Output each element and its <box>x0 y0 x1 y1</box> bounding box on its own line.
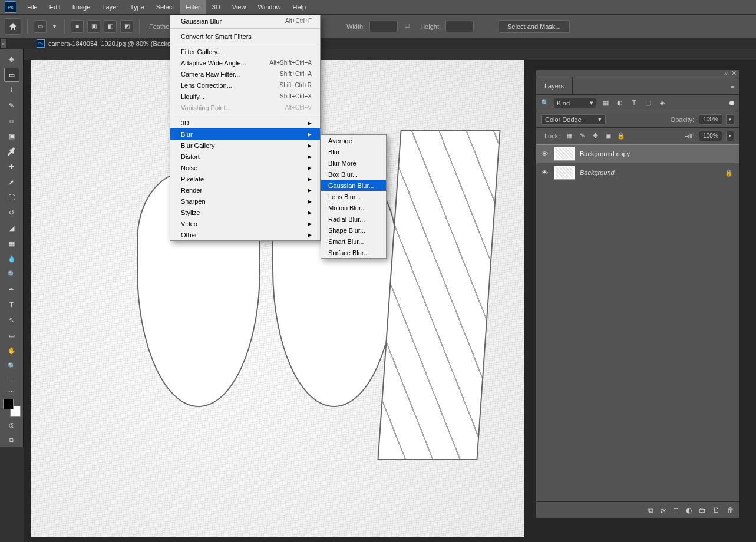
swap-wh-icon[interactable]: ⇄ <box>401 22 413 30</box>
filter-blur-gallery[interactable]: Blur Gallery▶ <box>170 140 320 151</box>
tool-pen[interactable]: ✒ <box>4 282 19 296</box>
filter-gallery[interactable]: Filter Gallery... <box>170 46 320 57</box>
menu-help[interactable]: Help <box>287 0 312 14</box>
filter-stylize[interactable]: Stylize▶ <box>170 207 320 218</box>
lock-pixels-icon[interactable]: ✎ <box>577 132 587 140</box>
filter-pixelate[interactable]: Pixelate▶ <box>170 173 320 184</box>
tool-hand[interactable]: ✋ <box>4 343 19 358</box>
filter-video[interactable]: Video▶ <box>170 218 320 229</box>
blur-shape[interactable]: Shape Blur... <box>321 224 386 236</box>
tool-brush[interactable] <box>4 175 19 189</box>
tool-shape[interactable]: ▭ <box>4 328 19 342</box>
blur-motion[interactable]: Motion Blur... <box>321 202 386 213</box>
link-layers-icon[interactable]: ⧉ <box>648 506 653 514</box>
blend-mode-select[interactable]: Color Dodge ▾ <box>541 114 606 125</box>
filter-distort[interactable]: Distort▶ <box>170 151 320 162</box>
selection-new[interactable]: ■ <box>71 20 84 33</box>
tool-frame[interactable]: ▣ <box>4 129 19 143</box>
visibility-icon[interactable]: 👁 <box>540 169 549 176</box>
tool-healing[interactable]: ✚ <box>4 160 19 174</box>
tool-eraser[interactable]: ◢ <box>4 221 19 235</box>
quick-mask[interactable]: ◎ <box>4 418 19 432</box>
blur-more[interactable]: Blur More <box>321 157 386 168</box>
tool-dodge[interactable]: 🔍 <box>4 267 19 281</box>
tool-clone[interactable]: ⛶ <box>4 190 19 204</box>
tool-more[interactable]: ⋯ <box>4 374 19 388</box>
filter-blur[interactable]: Blur▶ <box>170 128 320 140</box>
menu-type[interactable]: Type <box>124 0 150 14</box>
blur-surface[interactable]: Surface Blur... <box>321 247 386 258</box>
new-group-icon[interactable]: 🗀 <box>699 506 706 514</box>
blur-average[interactable]: Average <box>321 135 386 146</box>
menu-3d[interactable]: 3D <box>206 0 226 14</box>
width-field[interactable] <box>369 21 398 32</box>
menu-file[interactable]: File <box>21 0 44 14</box>
filter-last-used[interactable]: Gaussian Blur Alt+Ctrl+F <box>170 15 320 27</box>
new-layer-icon[interactable]: 🗋 <box>713 506 720 514</box>
lock-all-icon[interactable]: 🔒 <box>616 132 626 140</box>
filter-other[interactable]: Other▶ <box>170 229 320 240</box>
filter-convert-smart[interactable]: Convert for Smart Filters <box>170 31 320 42</box>
layer-row[interactable]: 👁 Background copy <box>536 144 739 163</box>
menu-select[interactable]: Select <box>150 0 180 14</box>
lock-artboard-icon[interactable]: ▣ <box>603 132 613 140</box>
filter-liquify[interactable]: Liquify...Shift+Ctrl+X <box>170 91 320 102</box>
blur-box[interactable]: Box Blur... <box>321 168 386 180</box>
layer-fx-icon[interactable]: fx <box>661 506 666 514</box>
tool-gradient[interactable]: ▦ <box>4 236 19 250</box>
tool-move[interactable]: ✥ <box>4 52 19 67</box>
filter-3d[interactable]: 3D▶ <box>170 117 320 128</box>
menu-filter[interactable]: Filter <box>180 0 206 14</box>
tool-quick-select[interactable]: ✎ <box>4 98 19 113</box>
tool-marquee[interactable]: ▭ <box>4 68 19 82</box>
layer-thumbnail[interactable] <box>554 166 575 180</box>
lock-transparency-icon[interactable]: ▦ <box>564 132 574 140</box>
filter-lens-correction[interactable]: Lens Correction...Shift+Ctrl+R <box>170 80 320 91</box>
menu-image[interactable]: Image <box>67 0 97 14</box>
chevron-down-icon[interactable]: ▾ <box>50 20 58 33</box>
lock-position-icon[interactable]: ✥ <box>590 132 600 140</box>
layer-name[interactable]: Background copy <box>580 150 630 157</box>
tool-lasso[interactable]: ⌇ <box>4 83 19 97</box>
blur-gaussian[interactable]: Gaussian Blur... <box>321 180 386 191</box>
layer-name[interactable]: Background <box>580 169 615 176</box>
menu-edit[interactable]: Edit <box>44 0 67 14</box>
marquee-option[interactable]: ▭ <box>34 20 47 33</box>
tool-zoom[interactable]: 🔍 <box>4 359 19 373</box>
foreground-color-swatch[interactable] <box>3 399 14 409</box>
delete-layer-icon[interactable]: 🗑 <box>727 506 734 514</box>
tool-blur[interactable]: 💧 <box>4 252 19 266</box>
visibility-icon[interactable]: 👁 <box>540 150 549 157</box>
screen-mode[interactable]: ⧉ <box>4 433 19 447</box>
add-mask-icon[interactable]: ◻ <box>673 506 679 514</box>
tool-type[interactable]: T <box>4 298 19 312</box>
layer-row[interactable]: 👁 Background 🔒 <box>536 163 739 182</box>
menu-layer[interactable]: Layer <box>96 0 124 14</box>
layer-thumbnail[interactable] <box>554 147 575 161</box>
blur-lens[interactable]: Lens Blur... <box>321 191 386 202</box>
color-swatches[interactable] <box>3 399 21 417</box>
filter-camera-raw[interactable]: Camera Raw Filter...Shift+Ctrl+A <box>170 68 320 80</box>
home-button[interactable] <box>5 18 21 35</box>
panel-collapse-strip[interactable]: » <box>0 38 7 49</box>
filter-render[interactable]: Render▶ <box>170 184 320 196</box>
filter-smart-icon[interactable]: ◈ <box>658 99 667 107</box>
select-and-mask-button[interactable]: Select and Mask... <box>499 20 570 33</box>
adjustment-layer-icon[interactable]: ◐ <box>686 506 692 514</box>
selection-subtract[interactable]: ◧ <box>104 20 117 33</box>
filter-pixel-icon[interactable]: ▦ <box>601 99 610 107</box>
close-icon[interactable]: ✕ <box>731 70 737 77</box>
menu-window[interactable]: Window <box>252 0 286 14</box>
opacity-dropdown-icon[interactable]: ▾ <box>726 114 734 125</box>
tool-edit-toolbar[interactable]: ⋯ <box>4 389 19 394</box>
blur-smart[interactable]: Smart Blur... <box>321 236 386 247</box>
blur-blur[interactable]: Blur <box>321 146 386 157</box>
collapse-icon[interactable]: « <box>724 70 728 77</box>
fill-dropdown-icon[interactable]: ▾ <box>726 131 734 141</box>
blur-radial[interactable]: Radial Blur... <box>321 213 386 224</box>
filter-toggle[interactable] <box>729 101 734 105</box>
filter-type-icon[interactable]: T <box>629 99 639 107</box>
selection-intersect[interactable]: ◩ <box>120 20 133 33</box>
height-field[interactable] <box>445 21 474 32</box>
filter-kind-select[interactable]: Kind ▾ <box>554 98 596 108</box>
